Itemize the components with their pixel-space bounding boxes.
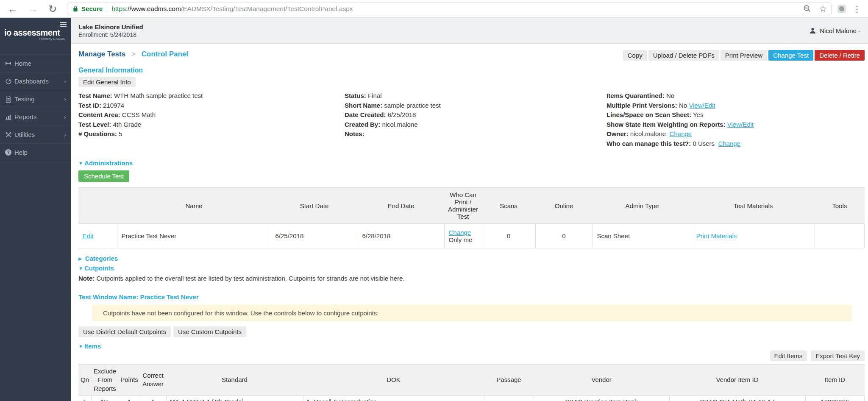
sidebar-item-label: Testing: [14, 95, 35, 103]
categories-heading[interactable]: ▶ Categories: [78, 255, 865, 262]
info-line-created-by: Created By: nicol.malone: [345, 120, 606, 130]
view-edit-link[interactable]: View/Edit: [689, 102, 715, 109]
cell-scans: 0: [482, 224, 535, 248]
header-vendor: Vendor: [534, 365, 669, 396]
omnibox-divider: [107, 5, 107, 13]
sidebar: io assessment Formerly EADMS Home Dashbo…: [0, 18, 71, 401]
edit-administration-link[interactable]: Edit: [83, 232, 94, 239]
admin-header-row: Name Start Date End Date Who Can Print /…: [78, 188, 865, 224]
general-info-grid: Test Name: WTH Math sample practice test…: [78, 91, 865, 148]
header-points: Points: [119, 365, 140, 396]
header-admin-type: Admin Type: [593, 188, 692, 224]
info-line-state-item-weighting: Show State Item Weighting on Reports: Vi…: [606, 120, 865, 130]
header-end-date: End Date: [358, 188, 444, 224]
butterfly-icon: [5, 60, 12, 67]
use-custom-cutpoints-button[interactable]: Use Custom Cutpoints: [173, 326, 246, 337]
print-materials-link[interactable]: Print Materials: [696, 232, 737, 239]
print-preview-button[interactable]: Print Preview: [721, 50, 767, 61]
forward-icon[interactable]: →: [28, 4, 38, 14]
items-header-row: Qn Exclude From Reports Points Correct A…: [78, 365, 865, 396]
bookmark-star-icon[interactable]: ☆: [819, 4, 827, 13]
header-item-id: Item ID: [805, 365, 865, 396]
district-block: Lake Elsinore Unified Enrollment: 5/24/2…: [78, 23, 143, 38]
test-window-name: Test Window Name: Practice Test Never: [78, 293, 865, 301]
view-edit-link[interactable]: View/Edit: [727, 121, 754, 128]
collapse-triangle-icon: ▼: [78, 161, 83, 166]
hamburger-icon[interactable]: [60, 21, 67, 29]
general-info-col3: Items Quarantined: No Multiple Print Ver…: [606, 91, 865, 148]
info-line-status: Status: Final: [345, 91, 606, 101]
upload-delete-pdfs-button[interactable]: Upload / Delete PDFs: [648, 50, 719, 61]
dashboard-icon: [5, 78, 12, 85]
sidebar-item-label: Dashboards: [14, 78, 49, 85]
edit-general-info-button[interactable]: Edit General Info: [78, 77, 136, 87]
items-heading[interactable]: ▼Items: [78, 343, 865, 350]
main-content: Manage Tests > Control Panel Copy Upload…: [71, 44, 868, 401]
schedule-test-button[interactable]: Schedule Test: [78, 170, 129, 182]
sidebar-nav: Home Dashboards › Testing › Rep: [0, 54, 71, 161]
header-tools: Tools: [815, 188, 865, 224]
expand-triangle-icon: ▶: [78, 256, 82, 261]
reload-icon[interactable]: ↻: [48, 4, 57, 14]
chevron-right-icon: ›: [64, 78, 66, 85]
general-information-heading[interactable]: General Information: [78, 67, 865, 74]
cell-points: 1: [119, 395, 140, 401]
info-line-test-id: Test ID: 210974: [78, 101, 345, 111]
items-table: Qn Exclude From Reports Points Correct A…: [78, 364, 865, 401]
sidebar-item-reports[interactable]: Reports ›: [0, 108, 71, 125]
user-name: Nicol Malone -: [820, 27, 860, 34]
copy-button[interactable]: Copy: [623, 50, 647, 61]
info-line-owner: Owner: nicol.malone Change: [606, 129, 865, 139]
extension-icon[interactable]: [837, 5, 846, 13]
info-line-lines-space: Lines/Space on Scan Sheet: Yes: [606, 110, 865, 120]
change-test-button[interactable]: Change Test: [768, 50, 813, 61]
address-bar[interactable]: Secure https://www.eadms.com/EADMSX/Test…: [67, 3, 832, 15]
change-owner-link[interactable]: Change: [669, 130, 692, 137]
delete-retire-button[interactable]: Delete / Retire: [815, 50, 865, 61]
cell-vendor-item-id: SBAC-Gr4-Math-PT-16-17: [669, 395, 805, 401]
collapse-triangle-icon: ▼: [78, 344, 83, 349]
sidebar-item-label: Help: [14, 149, 28, 156]
info-line-test-name: Test Name: WTH Math sample practice test: [78, 91, 345, 101]
cell-dok: 1. Recall & Reproduction: [303, 395, 484, 401]
zoom-out-icon[interactable]: [803, 5, 811, 13]
info-line-items-quarantined: Items Quarantined: No: [606, 91, 865, 101]
export-test-key-button[interactable]: Export Test Key: [811, 351, 865, 361]
change-managers-link[interactable]: Change: [718, 140, 740, 147]
sidebar-item-dashboards[interactable]: Dashboards ›: [0, 72, 71, 90]
back-icon[interactable]: ←: [8, 4, 18, 14]
info-line-test-level: Test Level: 4th Grade: [78, 120, 345, 130]
district-name: Lake Elsinore Unified: [78, 23, 143, 31]
browser-toolbar: ← → ↻ Secure https://www.eadms.com/EADMS…: [0, 0, 868, 18]
header-online: Online: [535, 188, 593, 224]
url-host: //www.eadms.com: [128, 5, 181, 12]
sidebar-item-home[interactable]: Home: [0, 54, 71, 72]
header-who-can: Who Can Print / Administer Test: [444, 188, 482, 224]
change-who-can-link[interactable]: Change: [449, 229, 471, 236]
cell-vendor: SBAC Practice Item Bank: [534, 395, 669, 401]
administrations-heading[interactable]: ▼Administrations: [78, 159, 865, 167]
general-info-col1: Test Name: WTH Math sample practice test…: [78, 91, 345, 148]
sidebar-item-utilities[interactable]: Utilities ›: [0, 125, 71, 143]
info-line-num-questions: # Questions: 5: [78, 129, 345, 139]
question-icon: ?: [5, 149, 12, 156]
app-logo[interactable]: io assessment: [4, 28, 66, 38]
sidebar-item-help[interactable]: ? Help: [0, 143, 71, 161]
header-name: Name: [117, 188, 271, 224]
info-line-date-created: Date Created: 6/25/2018: [345, 110, 606, 120]
sidebar-item-testing[interactable]: Testing ›: [0, 90, 71, 108]
cell-start-date: 6/25/2018: [271, 224, 358, 248]
tools-icon: [5, 131, 12, 138]
question-link[interactable]: 1: [83, 398, 86, 401]
app-header: Lake Elsinore Unified Enrollment: 5/24/2…: [71, 18, 868, 44]
cell-passage: [484, 395, 534, 401]
cutpoints-heading[interactable]: ▼Cutpoints: [78, 265, 865, 272]
user-menu[interactable]: Nicol Malone -: [809, 27, 860, 34]
edit-items-button[interactable]: Edit Items: [770, 351, 807, 361]
breadcrumb-control-panel[interactable]: Control Panel: [142, 50, 189, 58]
header-scans: Scans: [482, 188, 535, 224]
browser-menu-icon[interactable]: ⋮: [853, 4, 861, 14]
breadcrumb-manage-tests[interactable]: Manage Tests: [78, 50, 125, 58]
url-text[interactable]: https://www.eadms.com/EADMSX/Testing/Tes…: [111, 5, 799, 13]
use-district-default-cutpoints-button[interactable]: Use District Default Cutpoints: [78, 326, 171, 337]
